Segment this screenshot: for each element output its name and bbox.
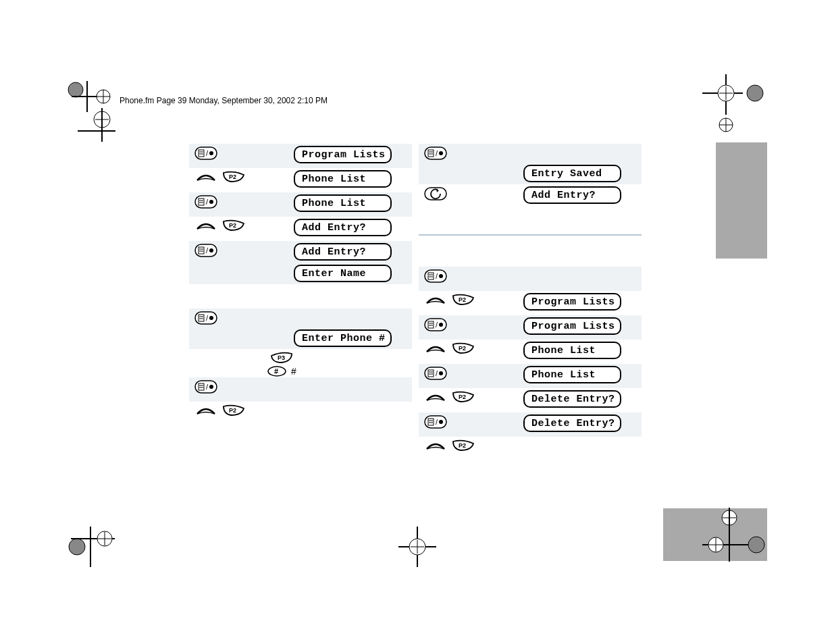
menu-select-icon: /	[424, 367, 447, 380]
right-column: /Entry SavedAdd Entry? /P2Program Lists/…	[419, 144, 642, 461]
display-column: Add Entry?	[523, 184, 642, 206]
button-icons: /	[419, 315, 523, 331]
p2-button-icon: P2	[451, 439, 475, 452]
rocker-icon	[424, 294, 447, 306]
button-icons: /	[189, 144, 294, 160]
svg-point-91	[69, 539, 85, 555]
lcd-display: Phone List	[294, 170, 392, 188]
lcd-display: Delete Entry?	[523, 390, 621, 408]
display-column: Program Lists	[294, 144, 412, 165]
instruction-row: /	[189, 377, 412, 402]
svg-text:P2: P2	[229, 222, 236, 229]
display-column: Add Entry?Enter Name	[294, 241, 412, 284]
rocker-icon	[194, 219, 217, 232]
button-icons: P2	[419, 291, 523, 306]
instruction-row	[189, 284, 412, 308]
menu-select-icon: /	[424, 318, 447, 331]
instruction-row: P2Delete Entry?	[419, 388, 642, 412]
crop-mark	[398, 527, 439, 576]
instruction-row: /	[419, 267, 642, 291]
svg-text:P2: P2	[229, 407, 236, 414]
svg-point-48	[439, 274, 443, 278]
lcd-display: Add Entry?	[523, 186, 621, 204]
lcd-display: Enter Name	[294, 265, 392, 282]
button-icons: /	[419, 144, 523, 160]
svg-text:P2: P2	[459, 345, 466, 352]
instruction-row: P2Program Lists	[419, 291, 642, 315]
display-column	[294, 377, 412, 396]
display-column: Phone List	[294, 192, 412, 214]
menu-select-icon: /	[194, 146, 217, 160]
svg-text:#: #	[274, 367, 278, 375]
p2-button-icon: P2	[451, 294, 475, 306]
right-bottom-steps: /P2Program Lists/Program ListsP2Phone Li…	[419, 267, 642, 461]
instruction-row: /Enter Phone #	[189, 308, 412, 349]
display-column: Phone List	[294, 168, 412, 190]
button-icons: /	[419, 412, 523, 429]
button-icons: P2	[189, 168, 294, 183]
lcd-display: Add Entry?	[294, 219, 392, 236]
button-icons: /	[189, 308, 294, 325]
svg-text:P2: P2	[229, 173, 236, 180]
document-header: Phone.fm Page 39 Monday, September 30, 2…	[120, 96, 328, 105]
button-icons: /	[189, 192, 294, 209]
instruction-row: P2Phone List	[419, 340, 642, 364]
instruction-row: /Program Lists	[189, 144, 412, 168]
button-icons: P2	[189, 217, 294, 232]
p2-button-icon: P2	[221, 404, 246, 417]
rocker-icon	[194, 171, 217, 183]
button-icons: /	[189, 377, 294, 394]
display-column: Phone List	[523, 340, 642, 361]
display-column	[321, 349, 412, 353]
svg-point-12	[209, 200, 213, 204]
display-column: Program Lists	[523, 291, 642, 313]
button-icons	[419, 184, 523, 200]
button-icons: /	[419, 364, 523, 380]
svg-point-25	[209, 316, 213, 320]
lcd-display: Delete Entry?	[523, 414, 621, 432]
instruction-row: /Phone List	[189, 192, 412, 217]
left-step-column: /Program ListsP2Phone List/Phone ListP2A…	[189, 144, 412, 426]
svg-point-34	[209, 385, 213, 389]
instruction-row: Add Entry?	[419, 184, 642, 209]
lcd-display: Program Lists	[294, 146, 392, 163]
button-icons	[189, 284, 294, 287]
p2-button-icon: P2	[451, 391, 475, 403]
button-icons: P2	[419, 437, 523, 452]
p2-button-icon: P2	[221, 171, 246, 183]
svg-point-71	[68, 82, 83, 97]
crop-mark	[68, 527, 128, 576]
display-column: Delete Entry?	[523, 412, 642, 434]
button-icons: P2	[419, 340, 523, 354]
thumb-tab-upper	[716, 142, 767, 259]
lcd-display: Add Entry?	[294, 243, 392, 261]
button-icons: P2	[189, 402, 294, 417]
menu-select-icon: /	[194, 380, 217, 394]
hash-glyph: #	[291, 366, 296, 377]
display-column	[523, 437, 642, 441]
button-icons: /	[419, 267, 523, 283]
instruction-row: /Phone List	[419, 364, 642, 388]
svg-text:P2: P2	[459, 442, 466, 449]
svg-point-69	[439, 420, 443, 424]
hash-pill-icon: #	[267, 365, 287, 377]
display-column	[294, 402, 412, 406]
lcd-display: Phone List	[523, 366, 621, 383]
svg-point-41	[439, 151, 443, 155]
menu-select-icon: /	[424, 415, 447, 429]
instruction-row: P2	[419, 437, 642, 461]
section-divider	[419, 234, 642, 236]
menu-select-icon: /	[424, 269, 447, 283]
p3-button-icon: P3	[269, 352, 294, 364]
svg-point-55	[439, 323, 443, 327]
right-top-steps: /Entry SavedAdd Entry?	[419, 144, 642, 209]
display-column: Delete Entry?	[523, 388, 642, 410]
display-column	[523, 267, 642, 286]
menu-select-icon: /	[194, 244, 217, 257]
svg-point-5	[209, 151, 213, 155]
instruction-row: P2Phone List	[189, 168, 412, 192]
svg-point-62	[439, 371, 443, 375]
menu-select-icon: /	[194, 311, 217, 325]
instruction-row: /Delete Entry?	[419, 412, 642, 437]
svg-point-19	[209, 248, 213, 252]
